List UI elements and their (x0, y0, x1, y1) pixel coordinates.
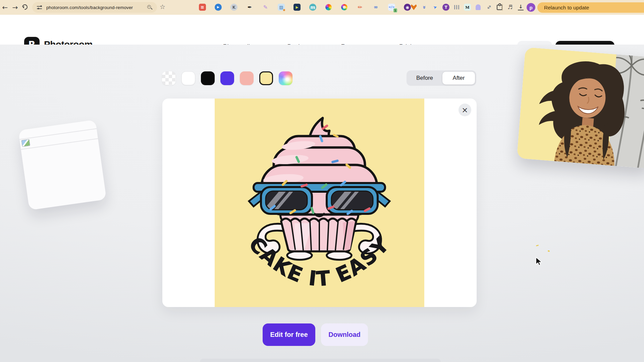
relaunch-to-update-button[interactable]: Relaunch to update (537, 2, 644, 13)
browser-profile-avatar[interactable]: p (527, 3, 535, 12)
media-queue-icon[interactable]: ♬ (506, 3, 514, 11)
photo-person-icon[interactable]: ▨ (277, 3, 285, 11)
broken-image-icon (21, 139, 31, 147)
play-navy-icon[interactable]: ▶ (293, 3, 301, 11)
download-button[interactable]: Download (321, 323, 368, 346)
mouse-cursor (535, 257, 543, 267)
zoom-icon[interactable]: + (147, 5, 152, 10)
site-header: R Photoroom Photo editorBusinessResource… (0, 15, 644, 45)
url-text: photoroom.com/tools/background-remover (46, 5, 133, 10)
extension-icons-group: »➤TM↕ (410, 3, 504, 11)
reload-icon[interactable] (21, 3, 29, 11)
t-circle-icon[interactable]: T (442, 3, 450, 11)
forward-icon[interactable]: → (11, 3, 19, 12)
next-section-edge (200, 359, 441, 362)
site-settings-icon[interactable] (37, 5, 42, 10)
toolbar-separator (502, 4, 503, 11)
card-divider (19, 128, 97, 140)
before-after-toggle: Before After (407, 70, 476, 86)
before-tab[interactable]: Before (407, 70, 443, 86)
sparkle-decoration (548, 250, 550, 252)
back-icon[interactable]: ← (1, 3, 9, 12)
close-icon[interactable]: × (459, 104, 471, 116)
portrait-example-image (517, 47, 644, 169)
result-card: CAKE IT EASY × (162, 99, 477, 307)
background-color-swatches (162, 71, 292, 85)
swatch-white[interactable] (181, 71, 195, 85)
swatch-rainbow[interactable] (279, 71, 292, 85)
floating-placeholder-card (18, 120, 106, 210)
todoist-icon[interactable]: ≡ (198, 3, 207, 11)
extension-icons-group: ≡▶K✒✎▨▶m✏∞</>1◉ (198, 3, 412, 11)
red-pen-icon[interactable]: ✏ (356, 3, 364, 11)
address-bar[interactable]: photoroom.com/tools/background-remover + (32, 2, 157, 13)
card-divider (21, 138, 98, 149)
downloads-icon[interactable]: ↓ (517, 3, 525, 11)
swatch-salmon[interactable] (240, 71, 254, 85)
photoroom-background-remover-page: ← → photoroom.com/tools/background-remov… (0, 0, 644, 362)
color-wheel-icon[interactable] (324, 3, 333, 11)
k-circle-icon[interactable]: K (230, 3, 238, 11)
result-canvas: CAKE IT EASY (215, 99, 424, 307)
swatch-transparent[interactable] (162, 71, 176, 85)
double-chevron-icon[interactable]: » (420, 3, 429, 11)
quill-icon[interactable]: ✎ (261, 3, 270, 11)
swatch-black[interactable] (201, 71, 215, 85)
metamask-fox-icon[interactable] (410, 3, 418, 11)
ghost-icon[interactable] (474, 3, 482, 11)
link-icon[interactable]: ∞ (372, 3, 380, 11)
bookmark-star-icon[interactable]: ☆ (160, 3, 165, 10)
play-blue-icon[interactable]: ▶ (214, 3, 222, 11)
swatch-purple[interactable] (220, 71, 234, 85)
m-tile-icon[interactable]: M (463, 3, 472, 11)
edit-for-free-button[interactable]: Edit for free (263, 323, 315, 346)
browser-toolbar: ← → photoroom.com/tools/background-remov… (0, 0, 644, 15)
code-icon[interactable]: </>1 (387, 3, 396, 11)
portrait-example-card (517, 47, 644, 169)
equalizer-icon[interactable] (452, 3, 461, 11)
swatch-yellow[interactable] (259, 71, 273, 85)
color-ring-icon[interactable] (340, 3, 348, 11)
expand-icon[interactable]: ↕ (485, 3, 493, 11)
cupcake-artwork: CAKE IT EASY (215, 99, 424, 307)
eyedropper-icon[interactable]: ✒ (246, 3, 254, 11)
m-teal-icon[interactable]: m (309, 3, 317, 11)
after-tab[interactable]: After (442, 72, 475, 84)
blue-bolt-icon[interactable]: ➤ (431, 3, 439, 11)
